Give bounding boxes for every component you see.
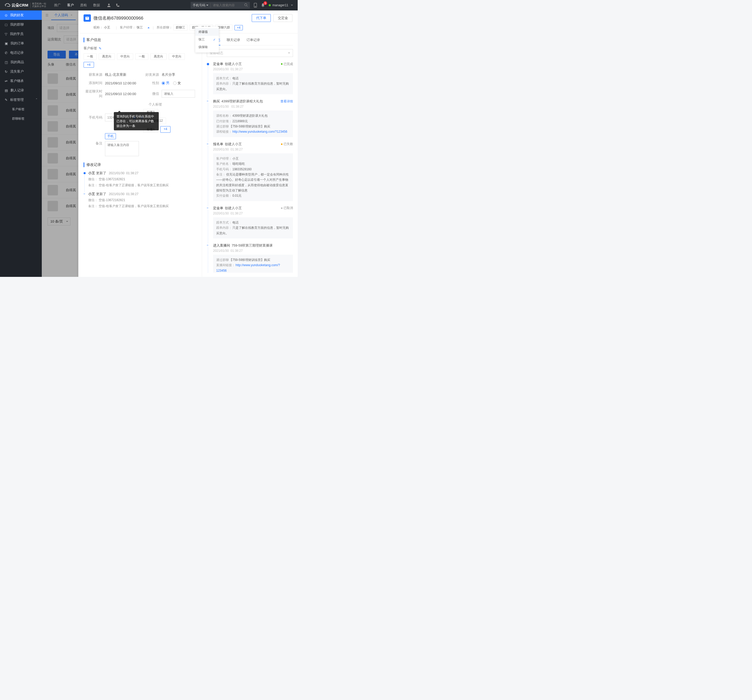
sidebar-item-dellog[interactable]: ▤删人记录 [0, 86, 42, 95]
cart-icon: ▣ [5, 42, 8, 45]
mobile-icon[interactable] [253, 3, 257, 8]
friends-icon: ⊙ [5, 13, 8, 17]
rtab-chat[interactable]: 聊天记录 [227, 37, 240, 45]
tab-data[interactable]: 数据 [93, 3, 100, 8]
chat-icon: ◻ [5, 23, 8, 26]
drawer-title: 微信名称6789990000966 [93, 15, 249, 21]
user-icon[interactable] [107, 3, 111, 7]
tab-qc[interactable]: 质检 [80, 3, 87, 8]
search-type-select[interactable]: 手机号码 [191, 3, 211, 8]
rtab-order[interactable]: 订单记录 [247, 37, 260, 45]
group-tag[interactable]: 群聊三 [173, 25, 188, 31]
user-menu[interactable]: manager11 [269, 3, 293, 7]
proxy-order-button[interactable]: 代下单 [252, 14, 271, 22]
dropdown-option[interactable]: 张三✓ [195, 36, 219, 44]
sidebar-item-students[interactable]: ▽我的学员 [0, 29, 42, 39]
more-tags[interactable]: +4 [84, 62, 94, 68]
dim-overlay [42, 11, 78, 277]
customer-drawer: 微信名称6789990000966 代下单 交定金 昵称：小王| 客户经理：张三… [78, 11, 298, 277]
timeline-item: 定金单创建人小王已完成2020/01/30 01:38:27跟单方式：电话跟单内… [207, 62, 293, 94]
search-icon[interactable] [242, 3, 250, 8]
sidebar-sub-grouptags[interactable]: 群聊标签 [0, 114, 42, 123]
bag-icon: ◫ [5, 60, 8, 64]
sidebar-item-friends[interactable]: ⊙我的好友 [0, 11, 42, 20]
deposit-button[interactable]: 交定金 [273, 14, 292, 22]
customer-tag[interactable]: 高意向 [151, 53, 166, 60]
bell-icon[interactable]: 5 [261, 3, 265, 7]
recycle-icon: ↻ [5, 70, 8, 74]
wechat-input[interactable] [162, 90, 195, 98]
customer-tag[interactable]: 高意向 [99, 53, 115, 60]
logo-subtitle: 教育机构一站 式服务云平台 [30, 3, 46, 8]
phone-tooltip: 查询到此手机号码在系统中已存在，可以将两条客户数据合并为一条 [114, 112, 159, 130]
notif-badge: 5 [263, 1, 267, 5]
svg-point-1 [245, 3, 247, 6]
view-detail-link[interactable]: 查看详情 [280, 99, 293, 104]
remark-textarea[interactable] [105, 141, 139, 156]
tab-promote[interactable]: 推广 [54, 3, 61, 8]
phone-icon: ✆ [5, 51, 8, 55]
customer-tag[interactable]: 中意向 [169, 53, 185, 60]
timeline-item: 购买4399理财课进阶课程大礼包查看详情2021/01/30 01:38:27课… [207, 99, 293, 137]
phone-icon[interactable] [116, 3, 120, 7]
check-icon: ✓ [213, 38, 216, 42]
sidebar-item-orders[interactable]: ▣我的订单 [0, 39, 42, 48]
more-ptags[interactable]: +4 [160, 126, 171, 133]
history-item: 小王 更新了2021/01/30 01:38:27微信：空值-136721828… [84, 171, 197, 188]
search-input[interactable] [211, 3, 242, 7]
dropdown-option[interactable]: 俱保咏 [195, 44, 219, 51]
tab-customer[interactable]: 客户 [67, 3, 74, 8]
section-title-info: 客户信息 [84, 37, 197, 42]
svg-point-0 [108, 4, 110, 5]
dynamic-filter-select[interactable]: 全部动态 [207, 49, 293, 57]
gender-male-radio[interactable]: 男 [162, 81, 169, 86]
sidebar-item-products[interactable]: ◫我的商品 [0, 58, 42, 67]
chevron-up-icon: ˆ [36, 98, 37, 102]
svg-point-5 [86, 16, 88, 18]
timeline-item: 报名单创建人小王已失败2020/01/30 01:38:27客户经理：小王客户姓… [207, 142, 293, 201]
edit-icon[interactable]: ✎ [99, 47, 102, 50]
manager-dropdown-toggle[interactable] [148, 26, 150, 28]
swap-icon: ⇌ [5, 79, 8, 83]
dropdown-option[interactable]: 师馨薇 [195, 28, 219, 36]
sidebar-item-tags[interactable]: ✎标签管理ˆ [0, 95, 42, 104]
customer-tag[interactable]: 中意向 [117, 53, 133, 60]
sidebar: ⊙我的好友 ◻我的群聊 ▽我的学员 ▣我的订单 ✆电话记录 ◫我的商品 ↻流失客… [0, 11, 42, 277]
timeline-item: 进入直播间759-59班第三期理财直播课2021/01/30 01:38:27通… [207, 243, 293, 273]
section-title-history: 修改记录 [84, 162, 197, 167]
logo: 云朵CRM [5, 3, 28, 8]
filter-icon: ▽ [5, 32, 7, 36]
sidebar-sub-custtags[interactable]: 客户标签 [0, 104, 42, 114]
manager-dropdown: 师馨薇 张三✓ 俱保咏 [195, 26, 219, 53]
more-groups-tag[interactable]: +4 [235, 25, 243, 30]
svg-point-3 [255, 6, 256, 7]
nav-tabs: 推广 客户 质检 数据 [54, 3, 100, 8]
phone-tag-link[interactable]: 手机 [105, 133, 116, 139]
list-icon: ▤ [5, 89, 8, 92]
sidebar-item-lost[interactable]: ↻流失客户 [0, 67, 42, 76]
online-status-dot [269, 4, 271, 6]
gender-female-radio[interactable]: 女 [173, 81, 181, 86]
customer-tag[interactable]: 一般 [84, 53, 96, 60]
history-item: 小王 更新了2021/01/30 01:38:27微信：空值-136721828… [84, 192, 197, 208]
app-header: 云朵CRM 教育机构一站 式服务云平台 推广 客户 质检 数据 手机号码 5 m… [0, 0, 298, 11]
sidebar-item-groupchat[interactable]: ◻我的群聊 [0, 20, 42, 29]
search-box: 手机号码 [191, 2, 250, 9]
sidebar-item-inherit[interactable]: ⇌客户继承 [0, 76, 42, 86]
customer-tag[interactable]: 一般 [135, 53, 148, 60]
gear-icon: ✎ [5, 98, 8, 102]
wechat-avatar-icon [84, 14, 91, 22]
timeline-item: 定金单创建人小王已取消2020/01/30 01:38:27跟单方式：电话跟单内… [207, 206, 293, 238]
sidebar-item-calls[interactable]: ✆电话记录 [0, 48, 42, 58]
